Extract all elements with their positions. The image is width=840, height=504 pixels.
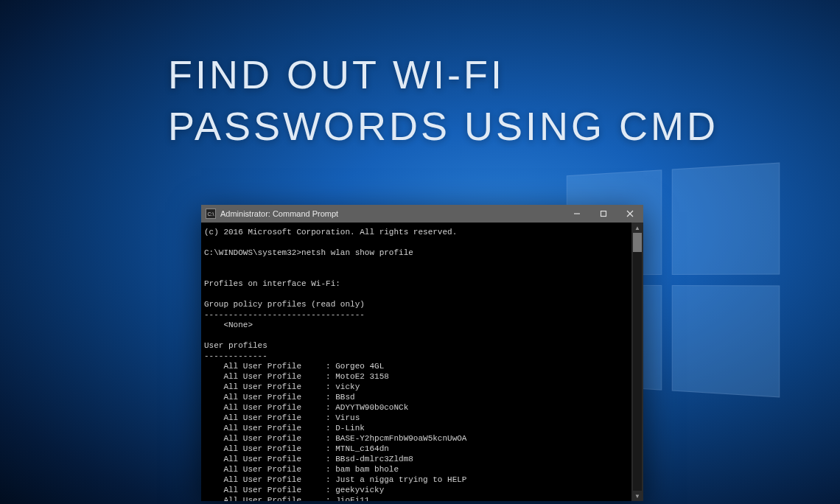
copyright-line: (c) 2016 Microsoft Corporation. All righ… [204,228,457,237]
user-dashes: ------------- [204,351,267,360]
close-button[interactable] [617,205,643,223]
prompt-command: netsh wlan show profile [301,248,413,258]
group-none: <None> [204,321,253,329]
prompt-path: C:\WINDOWS\system32> [204,248,301,258]
minimize-icon [573,210,581,217]
maximize-icon [600,210,607,217]
group-dashes: --------------------------------- [204,310,365,319]
cmd-icon: C:\ [206,209,216,219]
scroll-track[interactable] [633,233,642,491]
section-user: User profiles [204,341,267,350]
profiles-list: All User Profile : Gorgeo 4GL All User P… [204,362,466,501]
cmd-output[interactable]: (c) 2016 Microsoft Corporation. All righ… [201,223,643,501]
cmd-window: C:\ Administrator: Command Prompt (c) 20… [201,205,643,501]
scroll-down-arrow-icon[interactable]: ▼ [631,491,643,501]
scrollbar[interactable]: ▲ ▼ [631,223,643,501]
scroll-up-arrow-icon[interactable]: ▲ [631,223,643,233]
section-interface: Profiles on interface Wi-Fi: [204,279,340,288]
scroll-thumb[interactable] [633,233,642,252]
cmd-body: (c) 2016 Microsoft Corporation. All righ… [201,223,643,501]
maximize-button[interactable] [590,205,617,223]
section-group: Group policy profiles (read only) [204,300,365,309]
titlebar[interactable]: C:\ Administrator: Command Prompt [201,205,643,223]
close-icon [626,210,634,217]
minimize-button[interactable] [564,205,590,223]
svg-rect-1 [601,211,606,217]
window-title: Administrator: Command Prompt [220,209,564,218]
hero-title: FIND OUT WI-FIPASSWORDS USING CMD [168,49,718,152]
